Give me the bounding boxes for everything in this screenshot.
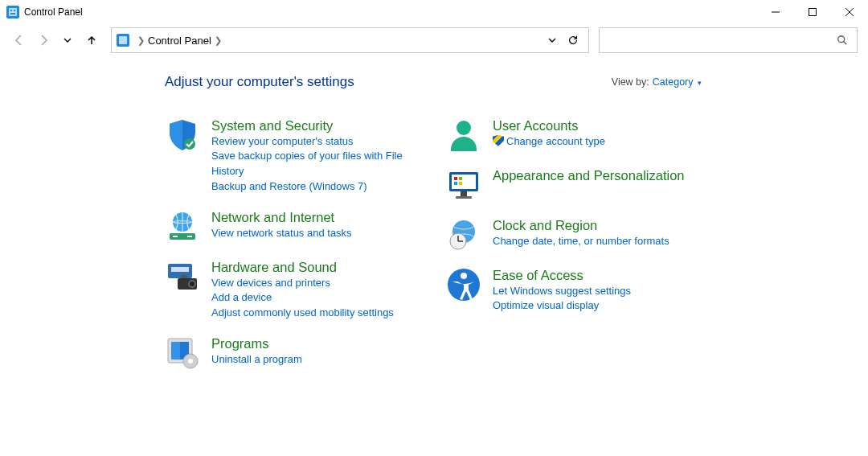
sublink-optimize-display[interactable]: Optimize visual display xyxy=(493,298,631,314)
svg-rect-35 xyxy=(454,182,457,185)
category-columns: System and Security Review your computer… xyxy=(165,117,868,371)
chevron-right-icon[interactable]: ❯ xyxy=(137,35,145,46)
svg-rect-23 xyxy=(181,275,187,278)
category-network-and-internet: Network and Internet View network status… xyxy=(165,209,414,244)
caret-down-icon: ▾ xyxy=(698,79,702,87)
category-appearance-and-personalization: Appearance and Personalization xyxy=(446,167,695,203)
window-title: Control Panel xyxy=(24,6,83,18)
sublink-date-time-formats[interactable]: Change date, time, or number formats xyxy=(493,234,669,249)
user-icon xyxy=(446,117,481,153)
page-title: Adjust your computer's settings xyxy=(165,74,354,90)
svg-point-29 xyxy=(188,359,193,364)
category-body: System and Security Review your computer… xyxy=(211,117,414,195)
category-body: Clock and Region Change date, time, or n… xyxy=(493,217,669,253)
svg-rect-38 xyxy=(456,196,472,199)
category-body: Programs Uninstall a program xyxy=(211,335,302,371)
svg-rect-34 xyxy=(459,177,462,180)
svg-rect-10 xyxy=(119,36,127,44)
category-programs: Programs Uninstall a program xyxy=(165,335,414,371)
maximize-button[interactable] xyxy=(794,0,831,24)
category-hardware-and-sound: Hardware and Sound View devices and prin… xyxy=(165,259,414,321)
accessibility-icon xyxy=(446,267,481,302)
category-link[interactable]: User Accounts xyxy=(493,117,605,134)
chevron-right-icon[interactable]: ❯ xyxy=(215,35,222,46)
category-body: Hardware and Sound View devices and prin… xyxy=(211,259,394,321)
close-button[interactable] xyxy=(831,0,868,24)
svg-rect-26 xyxy=(171,342,180,359)
minimize-button[interactable] xyxy=(757,0,794,24)
svg-rect-16 xyxy=(173,236,178,237)
view-by-value: Category xyxy=(653,76,694,88)
category-link[interactable]: System and Security xyxy=(211,117,414,134)
clock-globe-icon xyxy=(446,217,481,253)
svg-rect-19 xyxy=(171,267,189,272)
search-box[interactable] xyxy=(599,27,858,53)
svg-rect-36 xyxy=(459,182,462,185)
svg-rect-1 xyxy=(9,8,17,16)
sublink-backup-restore[interactable]: Backup and Restore (Windows 7) xyxy=(211,179,414,195)
category-ease-of-access: Ease of Access Let Windows suggest setti… xyxy=(446,267,695,314)
svg-rect-4 xyxy=(10,13,15,14)
category-link[interactable]: Appearance and Personalization xyxy=(493,167,685,184)
refresh-button[interactable] xyxy=(563,30,583,51)
category-link[interactable]: Programs xyxy=(211,335,302,352)
globe-network-icon xyxy=(165,209,200,244)
category-link[interactable]: Ease of Access xyxy=(493,267,631,284)
content-header: Adjust your computer's settings View by:… xyxy=(165,74,702,90)
svg-rect-3 xyxy=(14,10,15,11)
svg-point-44 xyxy=(461,273,467,279)
right-column: User Accounts Change account type Appear… xyxy=(446,117,695,371)
svg-line-12 xyxy=(844,42,847,45)
category-body: Network and Internet View network status… xyxy=(211,209,352,244)
svg-point-13 xyxy=(184,138,195,150)
sublink-change-account-type[interactable]: Change account type xyxy=(493,134,605,150)
svg-rect-33 xyxy=(454,177,457,180)
address-history-button[interactable] xyxy=(542,30,563,51)
main-content: Adjust your computer's settings View by:… xyxy=(0,56,868,371)
shield-icon xyxy=(165,117,200,153)
window-controls xyxy=(757,0,868,24)
svg-point-22 xyxy=(190,281,194,286)
sublink-review-status[interactable]: Review your computer's status xyxy=(211,134,414,150)
address-bar[interactable]: ❯ Control Panel ❯ xyxy=(111,27,589,53)
sublink-suggest-settings[interactable]: Let Windows suggest settings xyxy=(493,284,631,299)
back-button[interactable] xyxy=(8,29,31,51)
window-titlebar: Control Panel xyxy=(0,0,868,24)
programs-icon xyxy=(165,335,200,371)
svg-rect-6 xyxy=(809,9,817,16)
category-link[interactable]: Hardware and Sound xyxy=(211,259,394,276)
search-input[interactable] xyxy=(606,34,834,47)
svg-rect-2 xyxy=(10,10,12,11)
svg-rect-17 xyxy=(187,236,192,237)
view-by-dropdown[interactable]: Category ▾ xyxy=(653,76,702,88)
monitor-icon xyxy=(446,167,481,203)
recent-locations-button[interactable] xyxy=(56,29,79,51)
sublink-network-status[interactable]: View network status and tasks xyxy=(211,226,352,241)
control-panel-icon xyxy=(117,34,129,47)
category-system-and-security: System and Security Review your computer… xyxy=(165,117,414,195)
category-body: User Accounts Change account type xyxy=(493,117,605,153)
forward-button[interactable] xyxy=(32,29,55,51)
search-icon[interactable] xyxy=(834,32,850,48)
category-body: Ease of Access Let Windows suggest setti… xyxy=(493,267,631,314)
sublink-devices-printers[interactable]: View devices and printers xyxy=(211,276,394,291)
category-link[interactable]: Network and Internet xyxy=(211,209,352,226)
up-button[interactable] xyxy=(80,29,103,51)
svg-point-30 xyxy=(457,121,471,135)
sublink-uninstall-program[interactable]: Uninstall a program xyxy=(211,352,302,368)
category-body: Appearance and Personalization xyxy=(493,167,685,203)
category-user-accounts: User Accounts Change account type xyxy=(446,117,695,153)
left-column: System and Security Review your computer… xyxy=(165,117,414,371)
sublink-add-device[interactable]: Add a device xyxy=(211,290,394,306)
category-clock-and-region: Clock and Region Change date, time, or n… xyxy=(446,217,695,253)
control-panel-icon xyxy=(6,6,19,18)
svg-point-11 xyxy=(838,36,845,43)
sublink-mobility-settings[interactable]: Adjust commonly used mobility settings xyxy=(211,306,394,321)
navigation-toolbar: ❯ Control Panel ❯ xyxy=(0,24,868,56)
svg-rect-37 xyxy=(461,191,467,196)
sublink-file-history[interactable]: Save backup copies of your files with Fi… xyxy=(211,149,414,179)
view-by-label: View by: xyxy=(612,76,649,88)
printer-camera-icon xyxy=(165,259,200,294)
breadcrumb-root[interactable]: Control Panel xyxy=(148,35,211,47)
category-link[interactable]: Clock and Region xyxy=(493,217,669,234)
